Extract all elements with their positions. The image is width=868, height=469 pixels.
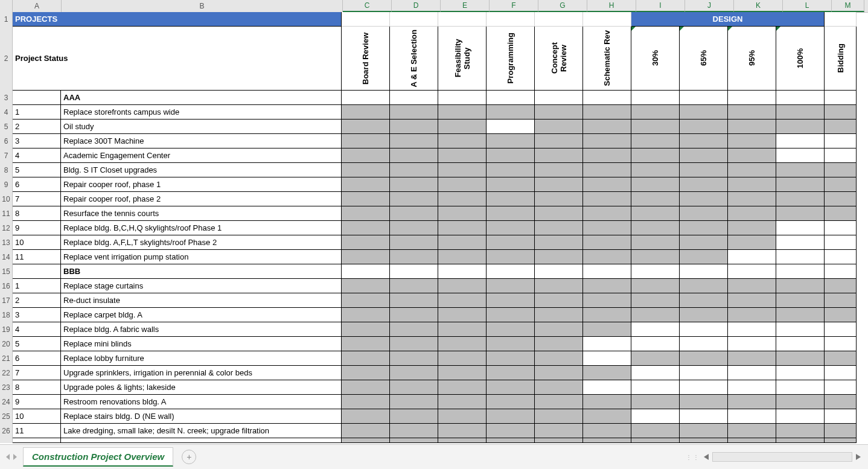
status-cell[interactable] — [438, 395, 487, 409]
status-cell[interactable] — [390, 308, 438, 322]
project-name[interactable]: Replace stairs bldg. D (NE wall) — [61, 409, 342, 424]
project-name[interactable]: Upgrade sprinklers, irrigation in perenn… — [61, 366, 342, 380]
status-cell[interactable] — [825, 177, 857, 192]
project-name[interactable]: Replace storefronts campus wide — [61, 105, 342, 120]
status-cell[interactable] — [487, 235, 535, 250]
status-cell[interactable] — [776, 221, 825, 235]
status-cell[interactable] — [438, 250, 487, 264]
status-cell[interactable] — [438, 424, 487, 438]
project-name[interactable]: Lake dredging, small lake; desilt N. cre… — [61, 424, 342, 438]
project-name[interactable]: Replace bldg. A,F,L,T skylights/roof Pha… — [61, 235, 342, 250]
status-cell[interactable] — [825, 148, 857, 163]
row-header-4[interactable]: 4 — [0, 105, 13, 120]
status-cell[interactable] — [438, 134, 487, 148]
project-name[interactable]: Upgrade poles & lights; lakeside — [61, 380, 342, 395]
status-cell[interactable] — [583, 395, 631, 409]
status-cell[interactable] — [487, 105, 535, 120]
status-cell[interactable] — [342, 105, 390, 120]
status-cell[interactable] — [825, 351, 857, 366]
status-cell[interactable] — [680, 409, 728, 424]
status-cell[interactable] — [776, 235, 825, 250]
status-cell[interactable] — [438, 221, 487, 235]
project-number[interactable]: 8 — [13, 380, 61, 395]
status-cell[interactable] — [535, 279, 583, 293]
status-cell[interactable] — [487, 351, 535, 366]
status-cell[interactable] — [825, 279, 857, 293]
tab-next-icon[interactable] — [13, 454, 17, 460]
select-all-cell[interactable] — [0, 0, 13, 12]
status-cell[interactable] — [776, 177, 825, 192]
status-cell[interactable] — [390, 163, 438, 177]
status-cell[interactable] — [583, 134, 631, 148]
status-cell[interactable] — [728, 134, 776, 148]
scrollbar-track[interactable] — [712, 452, 852, 462]
status-cell[interactable] — [438, 163, 487, 177]
status-cell[interactable] — [535, 308, 583, 322]
status-cell[interactable] — [438, 293, 487, 308]
row-header-[interactable] — [0, 438, 13, 443]
status-cell[interactable] — [631, 206, 680, 221]
status-cell[interactable] — [776, 105, 825, 120]
status-cell[interactable] — [776, 308, 825, 322]
status-cell[interactable] — [535, 206, 583, 221]
cell[interactable] — [61, 438, 342, 443]
status-cell[interactable] — [390, 221, 438, 235]
status-cell[interactable] — [583, 148, 631, 163]
status-cell[interactable] — [680, 424, 728, 438]
status-cell[interactable] — [583, 424, 631, 438]
project-number[interactable]: 9 — [13, 395, 61, 409]
project-number[interactable]: 11 — [13, 424, 61, 438]
cell-blank[interactable] — [342, 12, 390, 27]
row-header-19[interactable]: 19 — [0, 322, 13, 337]
status-cell[interactable] — [776, 279, 825, 293]
status-cell[interactable] — [680, 221, 728, 235]
col-header-M[interactable]: M — [832, 0, 864, 12]
status-cell[interactable] — [825, 322, 857, 337]
row-header-2[interactable]: 2 — [0, 27, 13, 91]
cell[interactable] — [342, 438, 390, 443]
project-name[interactable]: Restroom renovations bldg. A — [61, 395, 342, 409]
spreadsheet-grid[interactable]: 1PROJECTSDESIGN2Project StatusBoard Revi… — [0, 12, 868, 445]
project-name[interactable]: Replace lobby furniture — [61, 351, 342, 366]
status-cell[interactable] — [487, 91, 535, 105]
status-cell[interactable] — [390, 105, 438, 120]
status-cell[interactable] — [535, 120, 583, 134]
status-cell[interactable] — [728, 279, 776, 293]
status-cell[interactable] — [825, 337, 857, 351]
row-header-20[interactable]: 20 — [0, 337, 13, 352]
status-cell[interactable] — [342, 235, 390, 250]
status-cell[interactable] — [728, 322, 776, 337]
project-number[interactable]: 1 — [13, 279, 61, 293]
status-cell[interactable] — [680, 351, 728, 366]
col-header-E[interactable]: E — [441, 0, 490, 12]
cell-blank[interactable] — [390, 12, 438, 27]
status-cell[interactable] — [342, 134, 390, 148]
status-cell[interactable] — [776, 134, 825, 148]
status-cell[interactable] — [776, 293, 825, 308]
status-cell[interactable] — [583, 322, 631, 337]
status-cell[interactable] — [680, 366, 728, 380]
status-cell[interactable] — [728, 366, 776, 380]
status-cell[interactable] — [728, 91, 776, 105]
status-cell[interactable] — [342, 192, 390, 206]
row-header-12[interactable]: 12 — [0, 221, 13, 236]
status-cell[interactable] — [776, 206, 825, 221]
status-cell[interactable] — [583, 264, 631, 279]
status-cell[interactable] — [583, 250, 631, 264]
project-number[interactable]: 4 — [13, 322, 61, 337]
status-cell[interactable] — [680, 206, 728, 221]
project-name[interactable]: Replace bldg. B,C,H,Q skylights/roof Pha… — [61, 221, 342, 235]
status-cell[interactable] — [535, 351, 583, 366]
status-cell[interactable] — [728, 351, 776, 366]
status-cell[interactable] — [631, 120, 680, 134]
status-cell[interactable] — [487, 322, 535, 337]
status-cell[interactable] — [583, 163, 631, 177]
status-cell[interactable] — [342, 322, 390, 337]
project-name[interactable]: Replace mini blinds — [61, 337, 342, 351]
status-cell[interactable] — [583, 120, 631, 134]
col-header-J[interactable]: J — [685, 0, 734, 12]
status-cell[interactable] — [487, 221, 535, 235]
project-number[interactable]: 6 — [13, 351, 61, 366]
status-cell[interactable] — [390, 380, 438, 395]
project-name[interactable]: Replace carpet bldg. A — [61, 308, 342, 322]
